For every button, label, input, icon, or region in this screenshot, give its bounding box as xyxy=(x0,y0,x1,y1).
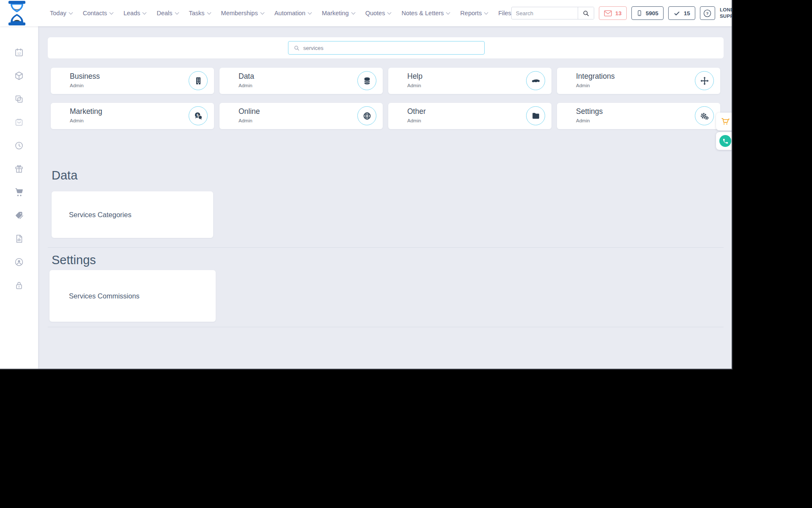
mail-count: 13 xyxy=(615,10,622,17)
item-card-services-categories[interactable]: Services Categories xyxy=(52,191,213,238)
floating-phone-button[interactable] xyxy=(716,132,732,150)
admin-search-input[interactable] xyxy=(303,45,479,51)
move-arrows-icon xyxy=(700,76,709,86)
app-window: Today Contacts Leads Deals Tasks Members… xyxy=(0,0,732,369)
item-card-services-commissions[interactable]: Services Commissions xyxy=(49,270,216,322)
camera-icon[interactable] xyxy=(14,117,24,127)
check-icon xyxy=(673,10,680,17)
search-icon xyxy=(294,45,300,51)
nav-item-deals[interactable]: Deals xyxy=(156,10,178,17)
sidebar: 12 xyxy=(0,26,38,369)
section-divider xyxy=(48,247,724,248)
cube-icon[interactable] xyxy=(14,71,24,81)
chevron-down-icon xyxy=(351,10,355,14)
category-card-marketing[interactable]: Marketing Admin $ xyxy=(51,103,214,129)
cart-icon[interactable] xyxy=(14,187,24,197)
global-search-input[interactable] xyxy=(512,10,578,17)
building-icon xyxy=(194,76,203,86)
cart-icon xyxy=(721,117,730,126)
nav-item-reports[interactable]: Reports xyxy=(460,10,488,17)
chevron-down-icon xyxy=(387,10,392,14)
phone-badge-button[interactable]: 5905 xyxy=(631,6,664,20)
nav-item-automation[interactable]: Automation xyxy=(274,10,311,17)
global-search xyxy=(511,7,594,19)
search-button[interactable] xyxy=(578,7,594,19)
category-card-online[interactable]: Online Admin xyxy=(219,103,383,129)
check-count: 15 xyxy=(684,10,690,17)
section-divider xyxy=(48,327,724,327)
chevron-down-icon xyxy=(484,10,488,14)
history-clock-icon[interactable] xyxy=(14,141,24,151)
chevron-down-icon xyxy=(175,10,179,14)
main-navigation: Today Contacts Leads Deals Tasks Members… xyxy=(50,10,511,17)
folder-icon xyxy=(531,111,540,121)
user-name: LONDON SUPPORT xyxy=(720,7,732,19)
nav-item-contacts[interactable]: Contacts xyxy=(83,10,113,17)
tags-icon[interactable] xyxy=(14,210,24,221)
svg-text:12: 12 xyxy=(17,52,21,55)
category-card-data[interactable]: Data Admin xyxy=(219,68,383,94)
copy-icon[interactable] xyxy=(14,94,24,104)
nav-item-quotes[interactable]: Quotes xyxy=(365,10,391,17)
database-icon xyxy=(362,76,372,86)
phone-icon xyxy=(722,138,729,144)
question-icon: ? xyxy=(703,9,712,18)
money-chat-icon: $ xyxy=(194,111,203,121)
floating-cart-button[interactable] xyxy=(716,113,732,130)
handshake-icon xyxy=(531,76,540,86)
envelope-icon xyxy=(604,10,612,17)
search-icon xyxy=(582,10,590,17)
category-card-integrations[interactable]: Integrations Admin xyxy=(557,68,720,94)
hourglass-logo-icon[interactable] xyxy=(8,1,26,25)
calendar-icon[interactable]: 12 xyxy=(14,47,24,58)
category-card-other[interactable]: Other Admin xyxy=(388,103,551,129)
mail-badge-button[interactable]: 13 xyxy=(599,6,627,20)
category-card-settings[interactable]: Settings Admin xyxy=(557,103,720,129)
lock-icon[interactable] xyxy=(14,280,24,290)
section-heading-data: Data xyxy=(52,168,77,182)
user-circle-icon[interactable] xyxy=(14,257,24,267)
nav-item-leads[interactable]: Leads xyxy=(123,10,146,17)
nav-item-marketing[interactable]: Marketing xyxy=(322,10,355,17)
svg-text:?: ? xyxy=(706,11,709,16)
tasks-badge-button[interactable]: 15 xyxy=(668,6,695,20)
help-button[interactable]: ? xyxy=(700,6,715,20)
chevron-down-icon xyxy=(143,10,147,14)
chevron-down-icon xyxy=(446,10,450,14)
gift-icon[interactable] xyxy=(14,164,24,174)
chevron-down-icon xyxy=(69,10,73,14)
gears-icon xyxy=(700,111,709,121)
chevron-down-icon xyxy=(308,10,312,14)
chevron-down-icon xyxy=(260,10,264,14)
chevron-down-icon xyxy=(109,10,113,14)
report-document-icon[interactable] xyxy=(14,234,24,244)
category-card-business[interactable]: Business Admin xyxy=(51,68,214,94)
nav-item-tasks[interactable]: Tasks xyxy=(189,10,211,17)
section-heading-settings: Settings xyxy=(52,253,96,267)
nav-item-memberships[interactable]: Memberships xyxy=(221,10,264,17)
nav-item-today[interactable]: Today xyxy=(50,10,72,17)
mobile-phone-icon xyxy=(636,9,642,17)
nav-item-files[interactable]: Files xyxy=(498,10,511,17)
category-card-help[interactable]: Help Admin xyxy=(388,68,551,94)
phone-count: 5905 xyxy=(646,10,658,17)
chevron-down-icon xyxy=(207,10,211,14)
top-bar: Today Contacts Leads Deals Tasks Members… xyxy=(0,0,732,26)
topbar-right-cluster: 13 5905 15 ? LONDON SUPPORT xyxy=(511,5,732,22)
globe-icon xyxy=(362,111,372,121)
admin-search-box xyxy=(288,41,485,55)
nav-item-notes-letters[interactable]: Notes & Letters xyxy=(401,10,450,17)
